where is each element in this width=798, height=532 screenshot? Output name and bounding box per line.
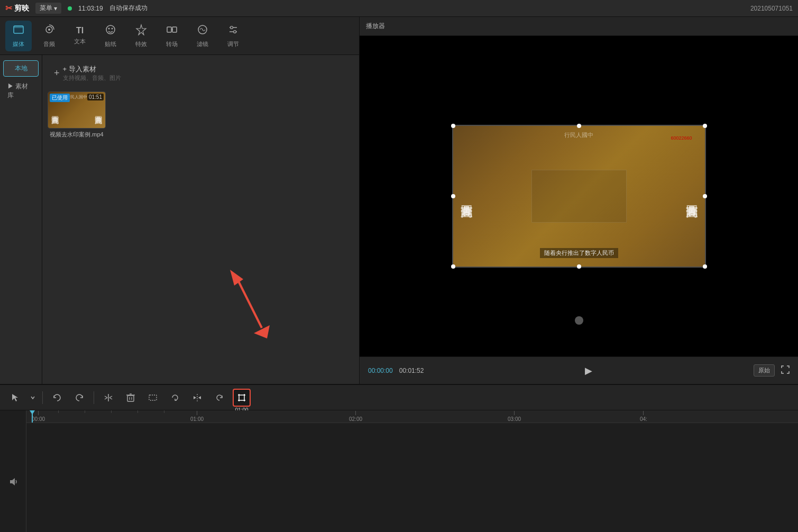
crop-tool-button[interactable]: 01:00 [233, 389, 251, 407]
toolbar-item-adjust[interactable]: 调节 [220, 21, 246, 51]
effects-icon [135, 24, 147, 38]
logo-icon: ✂ [5, 3, 12, 13]
adjust-icon [227, 24, 239, 38]
svg-line-19 [109, 398, 112, 399]
timeline-area: 01:00 [0, 384, 798, 532]
player-header: 播放器 [360, 17, 798, 36]
svg-rect-20 [127, 396, 134, 401]
sidebar-library-label: ▶ 素材库 [7, 82, 34, 100]
sticker-icon [105, 24, 116, 38]
minor-mark [58, 410, 59, 413]
handle-top-left[interactable] [451, 124, 455, 128]
svg-rect-25 [149, 395, 157, 400]
duration-label: 01:51 [89, 94, 102, 100]
svg-rect-1 [14, 26, 23, 28]
mirror-button[interactable] [188, 389, 206, 407]
left-panel: 媒体 音频 TI 文本 [0, 17, 360, 384]
import-button[interactable]: + + 导入素材 支持视频、音频、图片 [48, 60, 127, 86]
crop-tool-container: 01:00 [233, 389, 251, 407]
volume-icon[interactable] [8, 476, 19, 489]
toolbar-item-audio[interactable]: 音频 [36, 21, 62, 51]
svg-point-14 [234, 30, 236, 33]
media-item[interactable]: 行民人国中 壹萬圓 壹萬圓 已使用 01:51 [48, 91, 106, 139]
svg-rect-27 [239, 395, 244, 400]
status-time: 11:03:19 [78, 5, 103, 12]
ruler-label-4: 04: [640, 416, 647, 422]
original-button[interactable]: 原始 [754, 364, 775, 377]
svg-point-12 [231, 26, 233, 29]
separator-1 [42, 391, 43, 404]
toolbar-label-audio: 音频 [43, 40, 55, 48]
play-button[interactable]: ▶ [585, 365, 592, 377]
plus-icon: + [54, 68, 60, 79]
timeline-ruler: 00:00 01:00 02:00 03:00 04: [26, 410, 798, 423]
toolbar-item-text[interactable]: TI 文本 [67, 23, 93, 49]
media-icon [13, 24, 24, 38]
split-button[interactable] [99, 389, 117, 407]
redo-button[interactable] [70, 389, 88, 407]
player-title: 播放器 [366, 22, 385, 31]
svg-line-16 [105, 396, 107, 398]
playhead-triangle [30, 410, 35, 415]
timeline-left [0, 410, 26, 532]
handle-bottom-right[interactable] [703, 264, 707, 269]
app-logo: ✂ 剪映 [5, 3, 29, 13]
toolbar-item-sticker[interactable]: 贴纸 [97, 21, 124, 51]
ruler-mark-1: 01:00 [190, 411, 204, 422]
undo-button[interactable] [48, 389, 66, 407]
select-dropdown-button[interactable] [29, 389, 37, 407]
delete-button[interactable] [122, 389, 140, 407]
status-text: 自动保存成功 [109, 4, 148, 13]
top-bar: ✂ 剪映 菜单 ▾ 11:03:19 自动保存成功 202105071051 [0, 0, 798, 17]
svg-point-6 [112, 27, 113, 29]
audio-icon [43, 24, 55, 38]
sidebar-local-label: 本地 [15, 65, 27, 72]
ruler-label-1: 01:00 [190, 416, 204, 422]
toolbar-item-effects[interactable]: 特效 [128, 21, 154, 51]
duration-badge: 01:51 [87, 94, 104, 100]
ruler-label-0: 00:00 [32, 416, 45, 422]
handle-top-right[interactable] [703, 124, 707, 128]
ruler-mark-2: 02:00 [349, 411, 362, 422]
sidebar-item-library[interactable]: ▶ 素材库 [3, 79, 39, 103]
sidebar-item-local[interactable]: 本地 [3, 60, 39, 77]
toolbar-label-adjust: 调节 [227, 40, 239, 48]
toolbar: 媒体 音频 TI 文本 [0, 17, 359, 55]
filter-icon [197, 24, 208, 38]
app-date: 202105071051 [750, 5, 793, 12]
text-icon: TI [76, 26, 84, 35]
fullscreen-button[interactable] [781, 365, 790, 375]
rotate-button[interactable] [210, 389, 228, 407]
player-video-inner: 行民人國中 60022660 壹萬圓 壹萬圓 随着央行推出了数字人民币 [453, 126, 705, 267]
time-current: 00:00:00 [368, 367, 393, 374]
svg-marker-7 [136, 25, 146, 35]
banknote-number: 60022660 [671, 135, 692, 141]
handle-bottom-center[interactable] [577, 264, 581, 269]
media-filename: 视频去水印案例.mp4 [48, 131, 106, 139]
svg-rect-8 [167, 27, 171, 32]
banknote-text-zh: 行民人國中 [564, 131, 593, 139]
transition-icon [166, 24, 178, 38]
media-thumbnail: 行民人国中 壹萬圓 壹萬圓 已使用 01:51 [48, 91, 106, 129]
player-area[interactable]: 行民人國中 60022660 壹萬圓 壹萬圓 随着央行推出了数字人民币 [360, 36, 798, 356]
handle-mid-left[interactable] [451, 194, 455, 198]
timeline-content: 00:00 01:00 02:00 03:00 04: [0, 410, 798, 532]
chevron-down-icon: ▾ [54, 5, 57, 12]
crop-box-button[interactable] [144, 389, 162, 407]
handle-bottom-left[interactable] [451, 264, 455, 269]
status-dot [68, 6, 72, 11]
timeline-toolbar: 01:00 [0, 385, 798, 410]
player-controls: 00:00:00 00:01:52 ▶ 原始 [360, 356, 798, 384]
separator-2 [94, 391, 94, 404]
handle-top-center[interactable] [577, 124, 581, 128]
toolbar-item-transition[interactable]: 转场 [159, 21, 185, 51]
media-items: 行民人国中 壹萬圓 壹萬圓 已使用 01:51 [48, 91, 106, 139]
handle-mid-right[interactable] [703, 194, 707, 198]
loop-button[interactable] [166, 389, 184, 407]
menu-button[interactable]: 菜单 ▾ [35, 3, 61, 14]
select-tool-button[interactable] [6, 389, 24, 407]
player-video-frame[interactable]: 行民人國中 60022660 壹萬圓 壹萬圓 随着央行推出了数字人民币 [452, 125, 706, 268]
toolbar-item-media[interactable]: 媒体 [5, 21, 32, 51]
time-total: 00:01:52 [399, 367, 424, 374]
toolbar-item-filter[interactable]: 滤镜 [189, 21, 216, 51]
